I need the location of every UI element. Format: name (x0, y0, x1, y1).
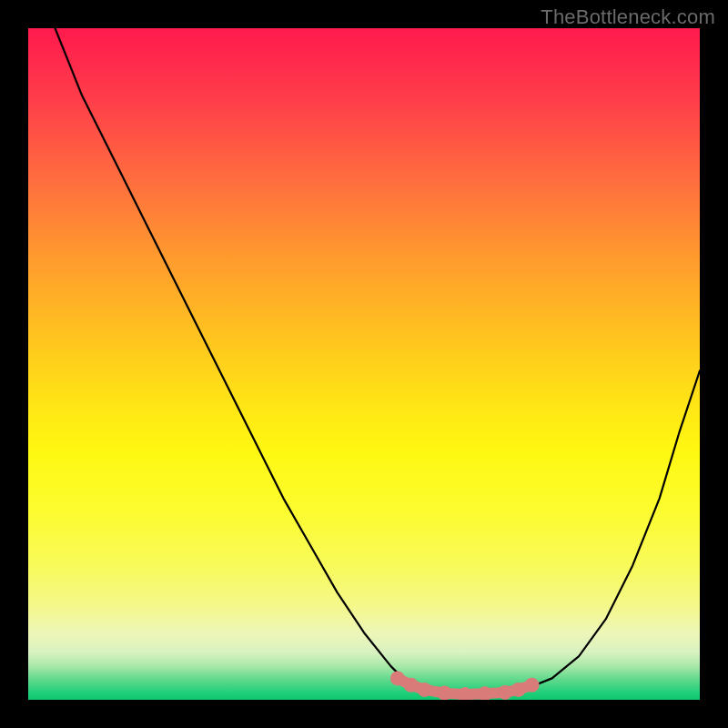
plot-area (28, 28, 700, 700)
watermark-text: TheBottleneck.com (541, 5, 715, 29)
chart-frame: TheBottleneck.com (0, 0, 728, 728)
